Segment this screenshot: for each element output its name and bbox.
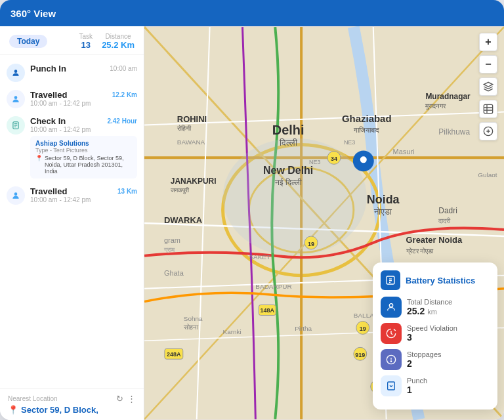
stat-stoppages-info: Stoppages 2 [407, 350, 490, 369]
stat-stoppages-icon [381, 349, 402, 370]
svg-text:ROHINI: ROHINI [177, 114, 207, 124]
stat-row-speed: Speed Violation 3 [381, 323, 490, 344]
svg-text:248A: 248A [167, 351, 181, 358]
check-in-content: Check In 2.42 Hour 10:00 am - 12:42 pm A… [30, 116, 137, 178]
stat-punch-info: Punch 1 [407, 377, 490, 395]
timeline-item-punch-in: Punch In 10:00 am [0, 60, 144, 86]
svg-text:919: 919 [355, 352, 365, 358]
nearest-icons: ↻ ⋮ [116, 394, 136, 404]
sidebar: Today Task 13 Distance 25.2 Km [0, 26, 144, 420]
network-button[interactable] [479, 100, 497, 118]
svg-text:SAKET: SAKET [249, 253, 270, 261]
svg-text:BADARPUR: BADARPUR [255, 283, 291, 290]
svg-text:Noida: Noida [367, 193, 400, 206]
stat-punch-icon [381, 375, 402, 396]
svg-text:गाजियाबाद: गाजियाबाद [353, 127, 379, 135]
nearest-label: Nearest Location ↻ ⋮ [8, 394, 136, 404]
map-area: Delhi दिल्ली Ghaziabad गाजियाबाद New Del… [144, 26, 504, 420]
stat-row-distance: Total Distance 25.2 km [381, 297, 490, 318]
svg-point-84 [389, 304, 392, 307]
stat-speed-icon [381, 323, 402, 344]
svg-text:148A: 148A [261, 308, 275, 314]
svg-text:Muradnagar: Muradnagar [425, 92, 471, 101]
nearest-location: Nearest Location ↻ ⋮ 📍 Sector 59, D Bloc… [0, 388, 144, 420]
svg-text:New Delhi: New Delhi [263, 165, 313, 176]
check-in-time: 10:00 am - 12:42 pm [30, 126, 137, 133]
travelled-2-badge: 13 Km [117, 188, 137, 195]
app-container: 360° View Today Task 13 Distance 25.2 Km [0, 0, 504, 420]
svg-text:19: 19 [360, 326, 366, 332]
svg-text:34: 34 [331, 156, 337, 162]
svg-text:Dadri: Dadri [438, 206, 457, 215]
task-count: 13 [79, 40, 93, 50]
svg-point-1 [14, 96, 18, 99]
svg-text:NE3: NE3 [309, 159, 320, 165]
today-badge[interactable]: Today [9, 35, 47, 48]
stat-distance-label: Total Distance [407, 298, 490, 306]
svg-text:दिल्ली: दिल्ली [279, 138, 298, 148]
nearest-address: 📍 Sector 59, D Block, [8, 405, 136, 415]
zoom-in-button[interactable]: + [479, 33, 497, 51]
svg-text:रोहिणी: रोहिणी [177, 125, 192, 132]
stat-row-punch: Punch 1 [381, 375, 490, 396]
stats-header: Battery Statistics [381, 270, 490, 290]
checkin-company: Ashiap Solutions [35, 140, 132, 147]
timeline-item-travelled-2: Travelled 13 Km 10:00 am - 12:42 pm [0, 182, 144, 209]
stat-distance-info: Total Distance 25.2 km [407, 298, 490, 316]
svg-point-88 [390, 361, 391, 362]
main-layout: Today Task 13 Distance 25.2 Km [0, 26, 504, 420]
zoom-out-button[interactable]: − [479, 55, 497, 74]
refresh-icon[interactable]: ↻ [116, 394, 123, 404]
svg-line-85 [394, 329, 396, 331]
map-controls: + − [479, 33, 497, 140]
stat-stoppages-value: 2 [407, 358, 490, 369]
svg-point-3 [14, 192, 18, 196]
svg-point-65 [360, 156, 367, 163]
share-icon[interactable]: ⋮ [127, 394, 136, 404]
travelled-2-title: Travelled [30, 186, 67, 196]
stat-speed-info: Speed Violation 3 [407, 324, 490, 343]
task-label: Task [79, 33, 93, 40]
punch-in-time: 10:00 am [110, 65, 137, 72]
svg-text:नोएडा: नोएडा [373, 207, 392, 217]
svg-text:Karnki: Karnki [223, 328, 242, 335]
svg-rect-89 [388, 382, 395, 390]
stat-punch-value: 1 [407, 385, 490, 395]
travelled-1-title: Travelled [30, 90, 67, 100]
timeline-item-check-in: Check In 2.42 Hour 10:00 am - 12:42 pm A… [0, 112, 144, 182]
punch-in-content: Punch In 10:00 am [30, 64, 137, 74]
checkin-type: Type - Tent Pictures [35, 147, 132, 154]
svg-text:Pilkhuwa: Pilkhuwa [438, 127, 470, 136]
distance-label: Distance [102, 33, 135, 40]
timeline-item-travelled-1: Travelled 12.2 Km 10:00 am - 12:42 pm [0, 86, 144, 112]
check-in-title: Check In [30, 116, 66, 126]
svg-text:नई दिल्ली: नई दिल्ली [274, 178, 302, 187]
punch-in-icon [7, 64, 25, 82]
svg-rect-73 [484, 104, 492, 113]
add-button[interactable] [479, 122, 497, 140]
svg-point-17 [223, 138, 367, 255]
svg-text:Gulaot: Gulaot [478, 171, 497, 178]
checkin-address: 📍 Sector 59, D Block, Sector 59, Noida, … [35, 155, 132, 175]
travelled-2-content: Travelled 13 Km 10:00 am - 12:42 pm [30, 186, 137, 203]
stats-header-icon [381, 270, 400, 290]
check-in-detail: Ashiap Solutions Type - Tent Pictures 📍 … [30, 136, 137, 178]
layers-button[interactable] [479, 77, 497, 96]
app-header: 360° View [0, 0, 504, 26]
svg-text:ग्रेटर नोएडा: ग्रेटर नोएडा [406, 247, 434, 255]
svg-text:JANAKPURI: JANAKPURI [171, 177, 217, 186]
svg-text:Greater Noida: Greater Noida [406, 235, 463, 245]
svg-text:दादरी: दादरी [438, 217, 451, 224]
travelled-2-icon [7, 186, 25, 205]
svg-text:मुरादनगर: मुरादनगर [425, 102, 446, 110]
travelled-2-time: 10:00 am - 12:42 pm [30, 196, 137, 203]
svg-text:Sohna: Sohna [184, 315, 203, 322]
check-in-badge: 2.42 Hour [107, 117, 137, 125]
header-title: 360° View [10, 8, 56, 19]
stat-speed-value: 3 [407, 332, 490, 343]
stat-distance-icon [381, 297, 402, 318]
svg-text:सोहना: सोहना [183, 324, 199, 331]
svg-text:NE3: NE3 [344, 139, 355, 146]
svg-text:Ghaziabad: Ghaziabad [342, 113, 392, 124]
stats-title: Battery Statistics [406, 276, 475, 285]
